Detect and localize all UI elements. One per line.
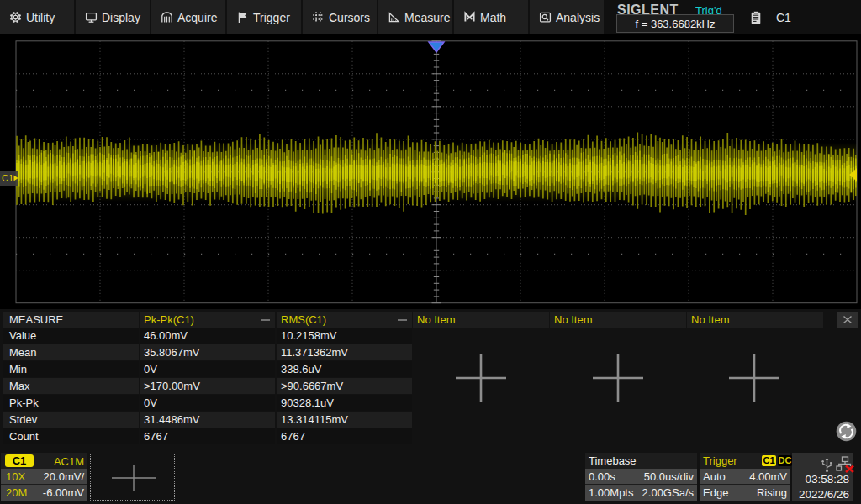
svg-text:C1: C1 [2, 173, 13, 183]
